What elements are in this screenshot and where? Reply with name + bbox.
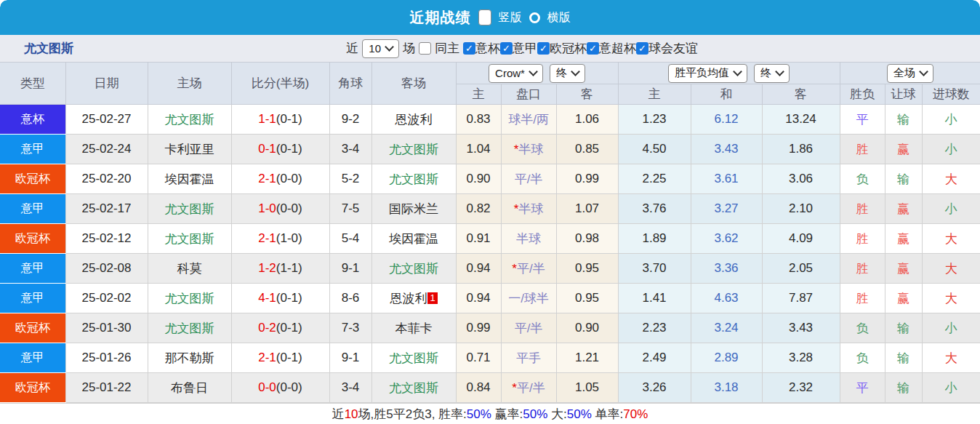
- handicap-odds-away: 0.90: [556, 313, 618, 343]
- chevron-down-icon: [775, 67, 784, 76]
- avg-odds-win: 2.23: [618, 313, 691, 343]
- handicap-odds-away: 0.85: [556, 135, 618, 164]
- league-checkbox[interactable]: [537, 42, 550, 55]
- chevron-down-icon: [919, 67, 928, 76]
- handicap-line: 球半/两: [501, 105, 556, 135]
- league-badge: 意甲: [0, 343, 65, 373]
- match-date: 25-02-08: [65, 254, 148, 284]
- vertical-layout-radio[interactable]: [478, 9, 491, 25]
- result-wdl: 平: [840, 105, 885, 135]
- handicap-line: *平/半: [501, 373, 556, 403]
- corner-score: 5-2: [329, 164, 371, 194]
- away-team: 埃因霍温: [371, 224, 456, 254]
- handicap-odds-away: 1.06: [556, 105, 618, 135]
- result-goals: 大: [922, 164, 980, 194]
- same-home-label: 同主: [435, 40, 459, 57]
- score: 2-1(1-0): [231, 224, 329, 254]
- chevron-down-icon: [529, 67, 538, 76]
- recent-results-panel: 近期战绩 竖版 横版 尤文图斯 近 10 场 同主 意杯意甲欧冠杯意超杯球会友谊…: [0, 0, 980, 424]
- recent-label: 近: [346, 40, 358, 57]
- avg-odds-lose: 3.06: [762, 164, 840, 194]
- corner-score: 7-3: [329, 313, 371, 343]
- handicap-odds-home: 1.04: [456, 135, 501, 164]
- horizontal-layout-label: 横版: [547, 10, 571, 25]
- league-checkbox[interactable]: [587, 42, 599, 55]
- league-badge: 意杯: [0, 105, 65, 135]
- handicap-line: 平手: [501, 343, 556, 373]
- corner-score: 9-1: [329, 254, 371, 284]
- score: 0-2(0-1): [231, 313, 329, 343]
- sub-header-avg-lose: 客: [762, 84, 840, 105]
- summary-line: 近10场,胜5平2负3, 胜率:50% 赢率:50% 大:50% 单率:70%: [0, 403, 980, 424]
- avg-odds-draw: 3.36: [691, 254, 762, 284]
- result-goals: 大: [922, 254, 980, 284]
- bookmaker-select[interactable]: Crow*: [489, 64, 543, 83]
- league-checkbox[interactable]: [500, 42, 513, 55]
- handicap-odds-away: 1.05: [556, 373, 618, 403]
- avg-odds-win: 2.49: [618, 343, 691, 373]
- result-goals: 小: [922, 194, 980, 224]
- match-date: 25-02-24: [65, 135, 148, 164]
- away-team: 尤文图斯: [371, 343, 456, 373]
- away-team: 尤文图斯: [371, 135, 456, 164]
- score: 4-1(0-1): [231, 284, 329, 313]
- league-checkbox-label: 意超杯: [599, 40, 636, 57]
- avg-odds-lose: 4.09: [762, 224, 840, 254]
- result-wdl: 胜: [840, 194, 885, 224]
- league-badge: 欧冠杯: [0, 224, 65, 254]
- period-select[interactable]: 全场: [887, 64, 933, 83]
- avg-odds-draw: 6.12: [691, 105, 762, 135]
- handicap-odds-home: 0.99: [456, 313, 501, 343]
- average-time-select[interactable]: 终: [754, 64, 790, 83]
- recent-count-select[interactable]: 10: [362, 39, 399, 58]
- sub-header-hcp-away: 客: [556, 84, 618, 105]
- summary-segment: 赢率:: [491, 406, 523, 423]
- avg-odds-win: 3.70: [618, 254, 691, 284]
- match-date: 25-02-17: [65, 194, 148, 224]
- corner-score: 3-4: [329, 135, 371, 164]
- summary-segment: 单率:: [592, 406, 623, 423]
- handicap-time-select[interactable]: 终: [550, 64, 585, 83]
- team-name: 尤文图斯: [0, 40, 73, 57]
- handicap-line: 平/半: [501, 164, 556, 194]
- avg-odds-draw: 2.89: [691, 343, 762, 373]
- summary-segment: 大:: [547, 406, 566, 423]
- sub-header-hcp-line: 盘口: [501, 84, 556, 105]
- handicap-group-header: Crow* 终: [456, 63, 618, 84]
- avg-odds-win: 1.23: [618, 105, 691, 135]
- match-date: 25-02-12: [65, 224, 148, 254]
- handicap-line: *半球: [501, 194, 556, 224]
- title-bar: 近期战绩 竖版 横版: [0, 0, 980, 35]
- summary-segment: 50%: [523, 407, 547, 422]
- result-wdl: 负: [840, 313, 885, 343]
- handicap-line: *半球: [501, 135, 556, 164]
- result-wdl: 胜: [840, 224, 885, 254]
- result-group-header: 全场: [840, 63, 980, 84]
- avg-odds-win: 2.25: [618, 164, 691, 194]
- match-row: 欧冠杯25-01-30尤文图斯0-2(0-1)7-3本菲卡0.99平/半0.90…: [0, 313, 980, 343]
- away-badge: 1: [427, 292, 437, 304]
- chevron-down-icon: [385, 42, 394, 52]
- result-wdl: 负: [840, 343, 885, 373]
- home-team: 埃因霍温: [148, 164, 231, 194]
- avg-odds-draw: 3.61: [691, 164, 762, 194]
- average-type-select[interactable]: 胜平负均值: [668, 64, 747, 83]
- sub-header-result-goals: 进球数: [922, 84, 980, 105]
- league-checkbox[interactable]: [463, 42, 475, 55]
- summary-segment: 场,胜5平2负3, 胜率:: [358, 406, 467, 423]
- handicap-odds-away: 1.21: [556, 343, 618, 373]
- same-home-checkbox[interactable]: [419, 42, 431, 55]
- league-badge: 意甲: [0, 254, 65, 284]
- summary-segment: 近: [332, 406, 345, 423]
- match-date: 25-02-02: [65, 284, 148, 313]
- col-header-corner: 角球: [329, 63, 371, 105]
- horizontal-layout-radio[interactable]: [529, 12, 540, 23]
- home-team: 尤文图斯: [148, 224, 231, 254]
- league-checkbox-group: 意杯意甲欧冠杯意超杯球会友谊: [463, 40, 698, 57]
- col-header-score: 比分(半场): [231, 63, 329, 105]
- league-checkbox[interactable]: [636, 42, 648, 55]
- col-header-away: 客场: [371, 63, 456, 105]
- match-date: 25-01-26: [65, 343, 148, 373]
- match-date: 25-01-22: [65, 373, 148, 403]
- home-team: 尤文图斯: [148, 284, 231, 313]
